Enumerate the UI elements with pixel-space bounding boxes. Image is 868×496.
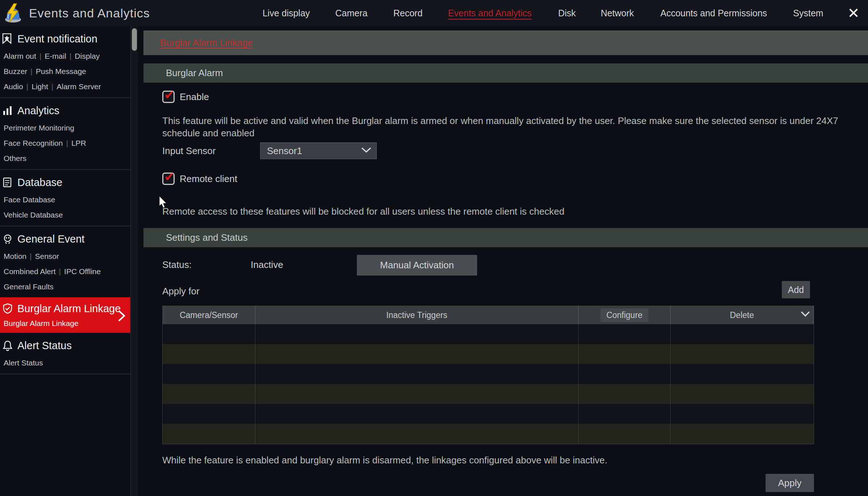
tab-events-and-analytics[interactable]: Events and Analytics	[448, 0, 532, 26]
separator: |	[36, 52, 45, 60]
breadcrumb-burglar-alarm-linkage[interactable]: Burglar Alarm Linkage	[160, 30, 253, 55]
sidebar-links-row: Perimeter Monitoring	[0, 120, 130, 136]
enable-checkbox[interactable]: ✔	[162, 91, 175, 103]
sidebar-item-burglar-alarm-linkage-active[interactable]: Burglar Alarm Linkage Burglar Alarm Link…	[0, 297, 130, 333]
top-bar: Events and Analytics Live display Camera…	[0, 0, 868, 26]
table-row	[163, 364, 814, 384]
column-header-camera-sensor: Camera/Sensor	[163, 306, 255, 324]
sidebar-item-sensor[interactable]: Sensor	[35, 252, 59, 260]
table-body	[163, 324, 814, 444]
section-header-burglar-alarm: Burglar Alarm	[143, 63, 868, 83]
separator: |	[23, 82, 32, 91]
column-header-configure: Configure	[579, 306, 671, 324]
remote-client-checkbox[interactable]: ✔	[162, 173, 175, 185]
tab-disk[interactable]: Disk	[558, 0, 576, 26]
sidebar-links-row: General Faults	[0, 279, 130, 294]
sidebar-links-row: Motion|Sensor	[0, 249, 130, 264]
siren-logo-icon	[3, 3, 23, 23]
sidebar-item-combined-alert[interactable]: Combined Alert	[4, 267, 56, 276]
main-content: Burglar Alarm Linkage Burglar Alarm ✔ En…	[138, 26, 868, 496]
chevron-down-icon[interactable]	[801, 311, 810, 319]
breadcrumb-bar: Burglar Alarm Linkage	[143, 30, 868, 55]
sidebar-links-row: Others	[0, 151, 130, 166]
sidebar: Event notification Alarm out|E-mail|Disp…	[0, 26, 138, 496]
tab-live-display[interactable]: Live display	[263, 0, 310, 26]
chevron-right-icon	[118, 310, 126, 323]
input-sensor-label: Input Sensor	[162, 145, 260, 157]
general-event-icon	[1, 233, 14, 245]
sidebar-links-row: Alarm out|E-mail|Display	[0, 49, 130, 64]
input-sensor-row: Input Sensor Sensor1	[162, 142, 377, 159]
sidebar-item-display[interactable]: Display	[75, 52, 100, 60]
table-header-row: Camera/Sensor Inactive Triggers Configur…	[163, 306, 814, 324]
tab-network[interactable]: Network	[601, 0, 634, 26]
status-label: Status:	[162, 259, 192, 270]
sidebar-scrollbar-track[interactable]	[130, 26, 138, 496]
close-icon[interactable]: ✕	[842, 0, 865, 26]
manual-activation-button[interactable]: Manual Activation	[357, 255, 477, 276]
remote-client-row: ✔ Remote client	[162, 173, 237, 185]
sidebar-links-row: Burglar Alarm Linkage	[0, 317, 130, 330]
enable-row: ✔ Enable	[162, 91, 209, 103]
section-header-settings-and-status: Settings and Status	[143, 228, 868, 247]
sidebar-item-vehicle-database[interactable]: Vehicle Database	[4, 211, 63, 219]
table-row	[163, 404, 814, 424]
sidebar-item-general-faults[interactable]: General Faults	[4, 282, 54, 291]
linkage-table: Camera/Sensor Inactive Triggers Configur…	[162, 306, 814, 444]
sidebar-section-event-notification: Event notification	[0, 30, 130, 47]
tab-camera[interactable]: Camera	[335, 0, 368, 26]
sidebar-item-email[interactable]: E-mail	[45, 52, 66, 60]
sidebar-item-light[interactable]: Light	[32, 82, 48, 91]
sidebar-item-others[interactable]: Others	[4, 154, 26, 162]
sidebar-item-perimeter-monitoring[interactable]: Perimeter Monitoring	[4, 124, 74, 132]
separator: |	[48, 82, 57, 91]
tab-record[interactable]: Record	[393, 0, 423, 26]
feature-description: This feature will be active and valid wh…	[162, 115, 867, 139]
add-button[interactable]: Add	[782, 281, 810, 298]
sidebar-item-face-recognition[interactable]: Face Recognition	[4, 139, 63, 147]
sidebar-divider	[0, 98, 130, 98]
sidebar-item-lpr[interactable]: LPR	[71, 139, 86, 147]
separator: |	[27, 67, 36, 75]
remote-description: Remote access to these features will be …	[162, 205, 867, 218]
sidebar-item-buzzer[interactable]: Buzzer	[4, 67, 27, 75]
table-row	[163, 424, 814, 444]
sidebar-links-row: Combined Alert|IPC Offline	[0, 264, 130, 279]
sidebar-divider	[0, 226, 130, 226]
sidebar-section-alert-status: Alert Status	[0, 337, 130, 354]
separator: |	[63, 139, 71, 147]
sidebar-links-row: Face Recognition|LPR	[0, 136, 130, 151]
table-row	[163, 324, 814, 344]
sidebar-section-database: Database	[0, 174, 130, 191]
footer-note: While the feature is enabled and burglar…	[162, 455, 607, 466]
apply-button[interactable]: Apply	[765, 474, 814, 492]
sidebar-item-push-message[interactable]: Push Message	[36, 67, 86, 75]
table-row	[163, 384, 814, 404]
shield-icon	[1, 302, 14, 315]
separator: |	[66, 52, 75, 60]
separator: |	[26, 252, 35, 260]
tab-accounts-permissions[interactable]: Accounts and Permissions	[660, 0, 767, 26]
tab-system[interactable]: System	[793, 0, 823, 26]
sidebar-item-alarm-server[interactable]: Alarm Server	[57, 82, 101, 91]
sidebar-subitem-burglar-alarm-linkage[interactable]: Burglar Alarm Linkage	[4, 319, 79, 327]
input-sensor-select[interactable]: Sensor1	[260, 142, 377, 159]
event-notification-icon	[1, 33, 14, 45]
active-section-header: Burglar Alarm Linkage	[0, 300, 130, 317]
sidebar-item-audio[interactable]: Audio	[4, 82, 23, 91]
sidebar-item-alarm-out[interactable]: Alarm out	[4, 52, 36, 60]
separator: |	[56, 267, 64, 276]
sidebar-subitem-alert-status[interactable]: Alert Status	[4, 359, 43, 367]
chevron-down-icon	[361, 147, 371, 155]
sidebar-item-motion[interactable]: Motion	[4, 252, 26, 260]
sidebar-links-row: Vehicle Database	[0, 207, 130, 223]
sidebar-scrollbar-thumb[interactable]	[132, 28, 137, 51]
sidebar-links-row: Face Database	[0, 192, 130, 207]
table-row	[163, 344, 814, 364]
sidebar-item-ipc-offline[interactable]: IPC Offline	[64, 267, 101, 276]
sidebar-divider	[0, 169, 130, 170]
sidebar-links-row: Buzzer|Push Message	[0, 64, 130, 79]
analytics-icon	[1, 104, 14, 117]
sidebar-item-face-database[interactable]: Face Database	[4, 195, 55, 204]
remote-client-label: Remote client	[180, 173, 237, 185]
